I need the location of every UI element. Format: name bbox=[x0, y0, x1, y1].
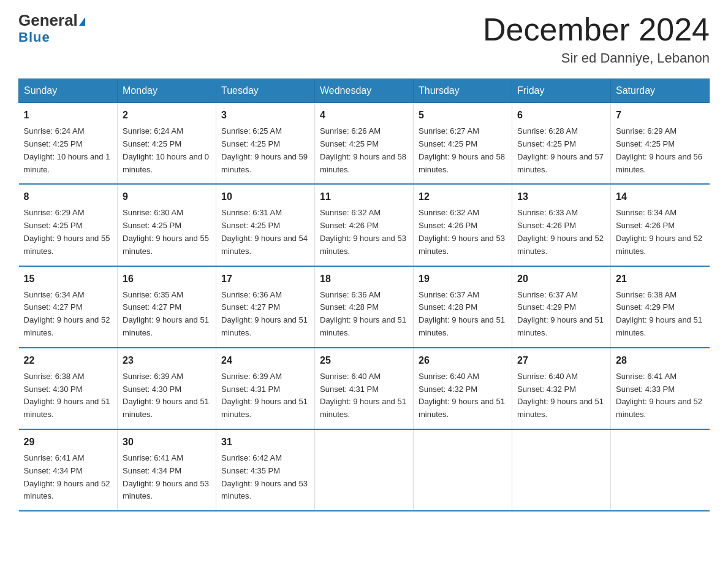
day-number: 25 bbox=[320, 353, 408, 368]
calendar-cell: 7 Sunrise: 6:29 AMSunset: 4:25 PMDayligh… bbox=[611, 103, 710, 185]
logo: General Blue bbox=[18, 12, 85, 45]
day-number: 17 bbox=[221, 272, 309, 286]
day-info: Sunrise: 6:41 AMSunset: 4:34 PMDaylight:… bbox=[24, 453, 110, 500]
calendar-cell bbox=[414, 429, 512, 511]
logo-general: General bbox=[18, 12, 85, 28]
calendar-cell: 9 Sunrise: 6:30 AMSunset: 4:25 PMDayligh… bbox=[118, 184, 216, 266]
day-number: 16 bbox=[123, 272, 211, 286]
header-cell-sunday: Sunday bbox=[19, 79, 118, 103]
calendar-cell: 2 Sunrise: 6:24 AMSunset: 4:25 PMDayligh… bbox=[118, 103, 216, 185]
day-number: 27 bbox=[517, 353, 605, 368]
day-number: 26 bbox=[419, 353, 507, 368]
calendar-cell bbox=[512, 429, 611, 511]
calendar-cell: 5 Sunrise: 6:27 AMSunset: 4:25 PMDayligh… bbox=[414, 103, 512, 185]
day-number: 9 bbox=[123, 190, 211, 204]
day-number: 31 bbox=[221, 435, 309, 450]
calendar-cell: 20 Sunrise: 6:37 AMSunset: 4:29 PMDaylig… bbox=[512, 266, 611, 348]
day-number: 12 bbox=[419, 190, 507, 204]
day-info: Sunrise: 6:32 AMSunset: 4:26 PMDaylight:… bbox=[419, 208, 505, 255]
calendar-week-2: 8 Sunrise: 6:29 AMSunset: 4:25 PMDayligh… bbox=[19, 184, 710, 266]
day-info: Sunrise: 6:36 AMSunset: 4:28 PMDaylight:… bbox=[320, 290, 406, 337]
day-info: Sunrise: 6:28 AMSunset: 4:25 PMDaylight:… bbox=[517, 126, 604, 174]
calendar-cell: 1 Sunrise: 6:24 AMSunset: 4:25 PMDayligh… bbox=[19, 103, 118, 185]
day-info: Sunrise: 6:30 AMSunset: 4:25 PMDaylight:… bbox=[123, 208, 209, 255]
calendar-cell: 4 Sunrise: 6:26 AMSunset: 4:25 PMDayligh… bbox=[315, 103, 414, 185]
calendar-cell: 13 Sunrise: 6:33 AMSunset: 4:26 PMDaylig… bbox=[512, 184, 611, 266]
header-cell-saturday: Saturday bbox=[611, 79, 710, 103]
day-number: 7 bbox=[616, 108, 705, 123]
calendar-cell: 21 Sunrise: 6:38 AMSunset: 4:29 PMDaylig… bbox=[611, 266, 710, 348]
day-number: 18 bbox=[320, 272, 408, 286]
day-number: 24 bbox=[221, 353, 309, 368]
day-info: Sunrise: 6:33 AMSunset: 4:26 PMDaylight:… bbox=[517, 208, 604, 255]
calendar-body: 1 Sunrise: 6:24 AMSunset: 4:25 PMDayligh… bbox=[19, 103, 710, 511]
day-info: Sunrise: 6:39 AMSunset: 4:30 PMDaylight:… bbox=[123, 372, 209, 419]
day-number: 20 bbox=[517, 272, 605, 286]
calendar-cell: 3 Sunrise: 6:25 AMSunset: 4:25 PMDayligh… bbox=[216, 103, 315, 185]
day-info: Sunrise: 6:40 AMSunset: 4:31 PMDaylight:… bbox=[320, 372, 406, 419]
day-number: 22 bbox=[24, 353, 113, 368]
page-subtitle: Sir ed Danniye, Lebanon bbox=[483, 50, 710, 66]
day-info: Sunrise: 6:39 AMSunset: 4:31 PMDaylight:… bbox=[221, 372, 308, 419]
day-info: Sunrise: 6:34 AMSunset: 4:27 PMDaylight:… bbox=[24, 290, 110, 337]
day-number: 4 bbox=[320, 108, 408, 123]
header-cell-monday: Monday bbox=[118, 79, 216, 103]
day-number: 28 bbox=[616, 353, 705, 368]
calendar-header-row: SundayMondayTuesdayWednesdayThursdayFrid… bbox=[19, 79, 710, 103]
calendar-cell: 8 Sunrise: 6:29 AMSunset: 4:25 PMDayligh… bbox=[19, 184, 118, 266]
day-info: Sunrise: 6:41 AMSunset: 4:33 PMDaylight:… bbox=[616, 372, 702, 419]
day-info: Sunrise: 6:32 AMSunset: 4:26 PMDaylight:… bbox=[320, 208, 406, 255]
day-info: Sunrise: 6:25 AMSunset: 4:25 PMDaylight:… bbox=[221, 126, 308, 174]
day-number: 1 bbox=[24, 108, 113, 123]
calendar-cell: 25 Sunrise: 6:40 AMSunset: 4:31 PMDaylig… bbox=[315, 348, 414, 429]
day-info: Sunrise: 6:29 AMSunset: 4:25 PMDaylight:… bbox=[24, 208, 110, 255]
day-number: 13 bbox=[517, 190, 605, 204]
day-info: Sunrise: 6:31 AMSunset: 4:25 PMDaylight:… bbox=[221, 208, 308, 255]
day-number: 15 bbox=[24, 272, 113, 286]
day-number: 29 bbox=[24, 435, 113, 450]
day-number: 8 bbox=[24, 190, 113, 204]
day-info: Sunrise: 6:34 AMSunset: 4:26 PMDaylight:… bbox=[616, 208, 702, 255]
calendar-cell: 28 Sunrise: 6:41 AMSunset: 4:33 PMDaylig… bbox=[611, 348, 710, 429]
day-info: Sunrise: 6:24 AMSunset: 4:25 PMDaylight:… bbox=[123, 126, 209, 174]
calendar-cell: 14 Sunrise: 6:34 AMSunset: 4:26 PMDaylig… bbox=[611, 184, 710, 266]
calendar-week-5: 29 Sunrise: 6:41 AMSunset: 4:34 PMDaylig… bbox=[19, 429, 710, 511]
day-info: Sunrise: 6:36 AMSunset: 4:27 PMDaylight:… bbox=[221, 290, 308, 337]
day-info: Sunrise: 6:40 AMSunset: 4:32 PMDaylight:… bbox=[419, 372, 505, 419]
header-cell-thursday: Thursday bbox=[414, 79, 512, 103]
calendar-cell: 11 Sunrise: 6:32 AMSunset: 4:26 PMDaylig… bbox=[315, 184, 414, 266]
day-number: 11 bbox=[320, 190, 408, 204]
calendar-cell: 23 Sunrise: 6:39 AMSunset: 4:30 PMDaylig… bbox=[118, 348, 216, 429]
calendar-cell: 24 Sunrise: 6:39 AMSunset: 4:31 PMDaylig… bbox=[216, 348, 315, 429]
header-cell-wednesday: Wednesday bbox=[315, 79, 414, 103]
calendar-cell: 18 Sunrise: 6:36 AMSunset: 4:28 PMDaylig… bbox=[315, 266, 414, 348]
calendar-cell: 22 Sunrise: 6:38 AMSunset: 4:30 PMDaylig… bbox=[19, 348, 118, 429]
day-info: Sunrise: 6:38 AMSunset: 4:30 PMDaylight:… bbox=[24, 372, 110, 419]
calendar-week-4: 22 Sunrise: 6:38 AMSunset: 4:30 PMDaylig… bbox=[19, 348, 710, 429]
title-area: December 2024 Sir ed Danniye, Lebanon bbox=[483, 12, 710, 66]
day-info: Sunrise: 6:35 AMSunset: 4:27 PMDaylight:… bbox=[123, 290, 209, 337]
calendar-cell: 31 Sunrise: 6:42 AMSunset: 4:35 PMDaylig… bbox=[216, 429, 315, 511]
calendar-cell: 12 Sunrise: 6:32 AMSunset: 4:26 PMDaylig… bbox=[414, 184, 512, 266]
header-cell-friday: Friday bbox=[512, 79, 611, 103]
day-number: 3 bbox=[221, 108, 309, 123]
page-title: December 2024 bbox=[483, 12, 710, 47]
day-number: 23 bbox=[123, 353, 211, 368]
calendar-week-1: 1 Sunrise: 6:24 AMSunset: 4:25 PMDayligh… bbox=[19, 103, 710, 185]
day-number: 6 bbox=[517, 108, 605, 123]
calendar-cell: 17 Sunrise: 6:36 AMSunset: 4:27 PMDaylig… bbox=[216, 266, 315, 348]
calendar-cell: 15 Sunrise: 6:34 AMSunset: 4:27 PMDaylig… bbox=[19, 266, 118, 348]
calendar-cell: 16 Sunrise: 6:35 AMSunset: 4:27 PMDaylig… bbox=[118, 266, 216, 348]
day-number: 2 bbox=[123, 108, 211, 123]
header-cell-tuesday: Tuesday bbox=[216, 79, 315, 103]
calendar-cell bbox=[611, 429, 710, 511]
page-header: General Blue December 2024 Sir ed Danniy… bbox=[18, 12, 710, 66]
day-number: 10 bbox=[221, 190, 309, 204]
day-info: Sunrise: 6:27 AMSunset: 4:25 PMDaylight:… bbox=[419, 126, 505, 174]
calendar-cell: 27 Sunrise: 6:40 AMSunset: 4:32 PMDaylig… bbox=[512, 348, 611, 429]
day-info: Sunrise: 6:24 AMSunset: 4:25 PMDaylight:… bbox=[24, 126, 110, 174]
calendar-cell: 29 Sunrise: 6:41 AMSunset: 4:34 PMDaylig… bbox=[19, 429, 118, 511]
day-number: 14 bbox=[616, 190, 705, 204]
day-info: Sunrise: 6:41 AMSunset: 4:34 PMDaylight:… bbox=[123, 453, 209, 500]
day-number: 5 bbox=[419, 108, 507, 123]
